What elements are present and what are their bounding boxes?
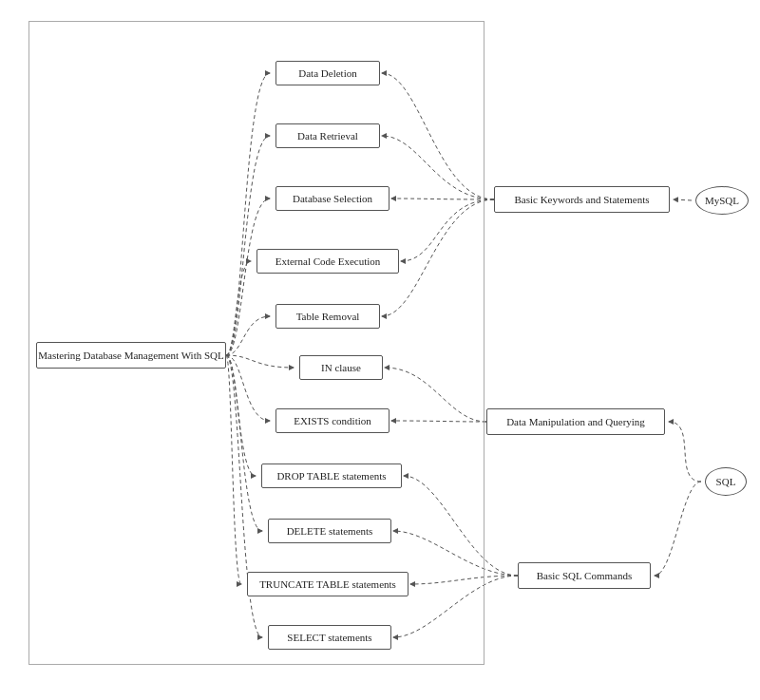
node-basic_keywords: Basic Keywords and Statements xyxy=(494,186,670,213)
page-title xyxy=(0,0,760,11)
node-select_statements: SELECT statements xyxy=(268,625,391,650)
node-database_selection: Database Selection xyxy=(276,186,390,211)
node-data_retrieval: Data Retrieval xyxy=(276,123,380,148)
node-main: Mastering Database Management With SQL xyxy=(36,342,226,369)
node-drop_table: DROP TABLE statements xyxy=(261,464,402,488)
node-mysql: MySQL xyxy=(695,186,749,215)
node-basic_sql: Basic SQL Commands xyxy=(518,562,651,589)
node-delete_statements: DELETE statements xyxy=(268,519,391,543)
node-data_deletion: Data Deletion xyxy=(276,61,380,85)
node-truncate_table: TRUNCATE TABLE statements xyxy=(247,572,408,596)
graph-container: Mastering Database Management With SQLDa… xyxy=(10,11,750,676)
node-data_manip: Data Manipulation and Querying xyxy=(486,408,665,435)
node-table_removal: Table Removal xyxy=(276,304,380,329)
node-exists_condition: EXISTS condition xyxy=(276,408,390,433)
node-sql: SQL xyxy=(705,467,747,496)
node-external_code: External Code Execution xyxy=(256,249,399,274)
node-in_clause: IN clause xyxy=(299,355,383,380)
